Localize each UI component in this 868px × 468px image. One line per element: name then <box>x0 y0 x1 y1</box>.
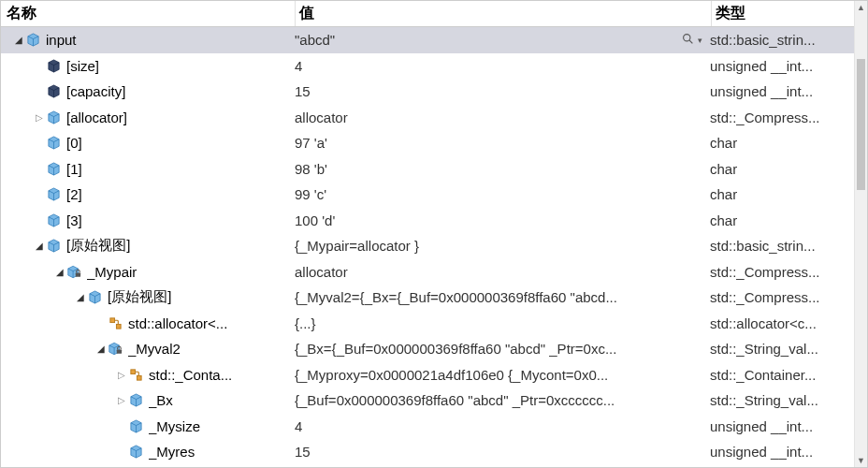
svg-rect-2 <box>76 272 80 276</box>
collapse-icon[interactable]: ◢ <box>74 291 87 304</box>
header-type[interactable]: 类型 <box>712 1 867 26</box>
field-icon <box>46 212 61 227</box>
variable-value: allocator <box>295 110 706 125</box>
collapse-icon[interactable]: ◢ <box>53 265 66 278</box>
value-cell[interactable]: allocator <box>295 264 710 280</box>
name-cell: ▷_Bx <box>1 392 295 408</box>
variable-value: {...} <box>295 315 706 331</box>
value-cell[interactable]: allocator <box>295 110 710 125</box>
table-row[interactable]: ▷[1]98 'b'char <box>1 156 867 183</box>
table-row[interactable]: ▷[allocator]allocatorstd::_Compress... <box>1 105 867 131</box>
table-row[interactable]: ▷[0]97 'a'char <box>1 130 867 156</box>
field-icon <box>46 161 61 176</box>
variable-name: [size] <box>66 58 99 74</box>
variable-type: char <box>710 212 737 228</box>
table-row[interactable]: ▷_Mysize4unsigned __int... <box>1 414 867 440</box>
svg-point-0 <box>684 34 690 40</box>
variable-type: unsigned __int... <box>710 83 813 99</box>
variable-type: std::_String_val... <box>710 341 818 357</box>
type-cell: char <box>710 186 867 202</box>
type-cell: char <box>710 212 867 228</box>
expand-icon[interactable]: ▷ <box>33 110 46 124</box>
name-cell: ◢[原始视图] <box>1 237 295 255</box>
value-cell[interactable]: 15 <box>295 83 710 99</box>
variable-value: 100 'd' <box>295 212 706 228</box>
table-row[interactable]: ▷[3]100 'd'char <box>1 208 867 234</box>
value-cell[interactable]: 100 'd' <box>295 212 710 228</box>
type-cell: std::_Compress... <box>710 264 867 280</box>
variable-name: std::allocator<... <box>128 315 227 331</box>
field-icon <box>46 187 61 202</box>
type-cell: unsigned __int... <box>710 418 867 434</box>
value-cell[interactable]: 97 'a' <box>295 135 710 151</box>
rows-container: ◢input"abcd"▾std::basic_strin...▷[size]4… <box>1 27 867 467</box>
value-cell[interactable]: 98 'b' <box>295 161 710 177</box>
value-cell[interactable]: {_Myproxy=0x0000021a4df106e0 {_Mycont=0x… <box>295 367 710 383</box>
variable-value: 15 <box>295 83 706 99</box>
variable-type: unsigned __int... <box>710 418 813 434</box>
value-cell[interactable]: {_Bx={_Buf=0x000000369f8ffa60 "abcd" _Pt… <box>295 341 710 357</box>
value-cell[interactable]: "abcd"▾ <box>295 32 710 48</box>
chevron-down-icon[interactable]: ▾ <box>698 36 702 45</box>
type-cell: char <box>710 161 867 177</box>
type-cell: std::_Compress... <box>710 289 867 305</box>
variable-value: {_Myproxy=0x0000021a4df106e0 {_Mycont=0x… <box>295 367 706 383</box>
inherited-icon <box>108 315 123 330</box>
value-cell[interactable]: {_Myval2={_Bx={_Buf=0x000000369f8ffa60 "… <box>295 289 710 305</box>
table-row[interactable]: ▷_Myres15unsigned __int... <box>1 439 867 465</box>
expand-icon[interactable]: ▷ <box>115 368 128 381</box>
magnifier-icon[interactable] <box>682 33 694 48</box>
value-cell[interactable]: 15 <box>295 444 710 460</box>
type-cell: std::_String_val... <box>710 392 867 408</box>
table-row[interactable]: ▷std::_Conta...{_Myproxy=0x0000021a4df10… <box>1 362 867 388</box>
svg-line-1 <box>689 40 692 43</box>
value-cell[interactable]: 4 <box>295 418 710 434</box>
scroll-up-button[interactable]: ▲ <box>855 1 867 14</box>
table-row[interactable]: ▷[2]99 'c'char <box>1 182 867 208</box>
variable-value: {_Buf=0x000000369f8ffa60 "abcd" _Ptr=0xc… <box>295 392 706 408</box>
vertical-scrollbar[interactable]: ▲ ▼ <box>854 1 867 467</box>
table-row[interactable]: ◢_Mypairallocatorstd::_Compress... <box>1 259 867 285</box>
name-cell: ▷std::allocator<... <box>1 315 295 331</box>
name-cell: ▷[3] <box>1 212 295 228</box>
collapse-icon[interactable]: ◢ <box>33 240 46 253</box>
table-row[interactable]: ◢input"abcd"▾std::basic_strin... <box>1 27 867 53</box>
field-icon <box>87 290 102 305</box>
table-row[interactable]: ◢_Myval2{_Bx={_Buf=0x000000369f8ffa60 "a… <box>1 336 867 362</box>
scroll-down-button[interactable]: ▼ <box>855 454 867 467</box>
table-row[interactable]: ▷std::allocator<...{...}std::allocator<c… <box>1 311 867 337</box>
scroll-thumb[interactable] <box>857 59 865 190</box>
table-row[interactable]: ▷[capacity]15unsigned __int... <box>1 79 867 105</box>
name-cell: ▷[0] <box>1 135 295 151</box>
value-cell[interactable]: 4 <box>295 58 710 74</box>
table-row[interactable]: ▷_Bx{_Buf=0x000000369f8ffa60 "abcd" _Ptr… <box>1 388 867 414</box>
value-cell[interactable]: {...} <box>295 315 710 331</box>
header-value[interactable]: 值 <box>296 1 711 26</box>
value-cell[interactable]: {_Buf=0x000000369f8ffa60 "abcd" _Ptr=0xc… <box>295 392 710 408</box>
svg-rect-7 <box>137 375 141 380</box>
field-icon <box>46 110 61 124</box>
value-cell[interactable]: {_Mypair=allocator } <box>295 238 710 254</box>
variable-value: 15 <box>295 444 706 460</box>
header-name[interactable]: 名称 <box>1 1 295 26</box>
variable-name: input <box>46 32 77 48</box>
expand-icon[interactable]: ▷ <box>115 394 128 407</box>
inherited-icon <box>128 367 143 382</box>
variable-value: {_Myval2={_Bx={_Buf=0x000000369f8ffa60 "… <box>295 289 706 305</box>
name-cell: ▷[allocator] <box>1 110 295 125</box>
variable-name: [0] <box>66 135 82 151</box>
collapse-icon[interactable]: ◢ <box>12 34 25 47</box>
variable-type: char <box>710 186 737 202</box>
table-row[interactable]: ▷[size]4unsigned __int... <box>1 53 867 80</box>
variable-name: _Bx <box>149 392 173 408</box>
table-row[interactable]: ◢[原始视图]{_Mypair=allocator }std::basic_st… <box>1 233 867 259</box>
field-icon <box>46 136 61 151</box>
collapse-icon[interactable]: ◢ <box>94 343 108 356</box>
type-cell: char <box>710 135 867 151</box>
variable-type: std::_Compress... <box>710 289 820 305</box>
name-cell: ▷std::_Conta... <box>1 367 295 383</box>
svg-rect-5 <box>117 350 122 354</box>
table-row[interactable]: ◢[原始视图]{_Myval2={_Bx={_Buf=0x000000369f8… <box>1 285 867 311</box>
variable-value: 98 'b' <box>295 161 706 177</box>
value-cell[interactable]: 99 'c' <box>295 186 710 202</box>
